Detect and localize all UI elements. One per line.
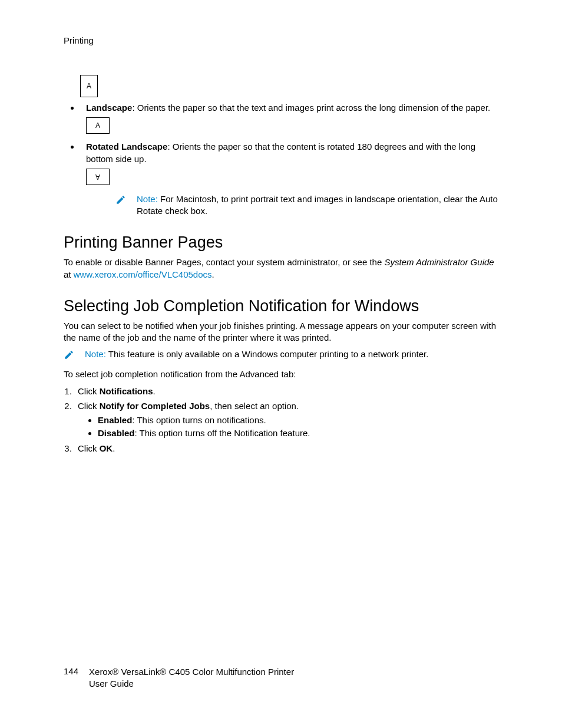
orientation-portrait-icon: A — [80, 75, 98, 97]
text-fragment: Click — [78, 443, 100, 453]
text-bold: Notify for Completed Jobs — [100, 401, 210, 411]
text-bold: Disabled — [98, 428, 135, 438]
step-1: Click Notifications. — [74, 386, 498, 397]
step-3: Click OK. — [74, 443, 498, 454]
note-label: Note: — [137, 194, 158, 204]
footer-line1: Xerox® VersaLink® C405 Color Multifuncti… — [89, 667, 294, 677]
footer-line2: User Guide — [89, 678, 134, 689]
page-number: 144 — [64, 666, 78, 676]
note-text: Note: For Macintosh, to print portrait t… — [137, 193, 498, 218]
text-fragment: at — [64, 269, 74, 279]
text-bold: OK — [100, 443, 113, 453]
option-enabled: Enabled: This option turns on notificati… — [98, 414, 498, 426]
text-fragment: . — [153, 386, 156, 396]
note-text: Note: This feature is only available on … — [85, 348, 428, 360]
text-italic: System Administrator Guide — [384, 257, 494, 267]
orientation-letter: A — [95, 172, 100, 182]
text-fragment: Click — [78, 401, 100, 411]
rotated-landscape-label: Rotated Landscape — [86, 141, 167, 151]
heading-banner-pages: Printing Banner Pages — [64, 233, 498, 252]
step-2: Click Notify for Completed Jobs, then se… — [74, 400, 498, 440]
pencil-note-icon — [64, 350, 74, 363]
bullet-rotated-landscape: Rotated Landscape: Orients the paper so … — [80, 141, 498, 217]
text-fragment: , then select an option. — [210, 401, 299, 411]
text-bold: Enabled — [98, 415, 132, 425]
text-fragment: : This option turns on notifications. — [132, 415, 266, 425]
landscape-desc: : Orients the paper so that the text and… — [132, 103, 490, 113]
note-body: For Macintosh, to print portrait text an… — [137, 194, 498, 216]
jobnotif-paragraph: You can select to be notified when your … — [64, 320, 498, 344]
text-fragment: . — [212, 269, 214, 279]
orientation-rotated-landscape-icon: A — [86, 169, 110, 185]
bullet-landscape: Landscape: Orients the paper so that the… — [80, 102, 498, 139]
jobnotif-intro: To select job completion notification fr… — [64, 368, 498, 380]
page-footer: 144 Xerox® VersaLink® C405 Color Multifu… — [64, 666, 294, 689]
banner-paragraph: To enable or disable Banner Pages, conta… — [64, 256, 498, 281]
note-body: This feature is only available on a Wind… — [106, 349, 429, 359]
link-vlc405docs[interactable]: www.xerox.com/office/VLC405docs — [74, 269, 212, 279]
page-header: Printing — [64, 35, 498, 45]
option-disabled: Disabled: This option turns off the Noti… — [98, 427, 498, 439]
orientation-letter: A — [87, 82, 91, 90]
pencil-note-icon — [115, 195, 126, 208]
landscape-label: Landscape — [86, 103, 132, 113]
text-fragment: . — [113, 443, 115, 453]
text-fragment: Click — [78, 386, 100, 396]
orientation-letter: A — [95, 121, 100, 130]
note-label: Note: — [85, 349, 106, 359]
heading-job-notification: Selecting Job Completion Notification fo… — [64, 297, 498, 315]
text-fragment: To enable or disable Banner Pages, conta… — [64, 257, 384, 267]
orientation-landscape-icon: A — [86, 117, 110, 134]
text-bold: Notifications — [100, 386, 153, 396]
text-fragment: : This option turns off the Notification… — [135, 428, 310, 438]
